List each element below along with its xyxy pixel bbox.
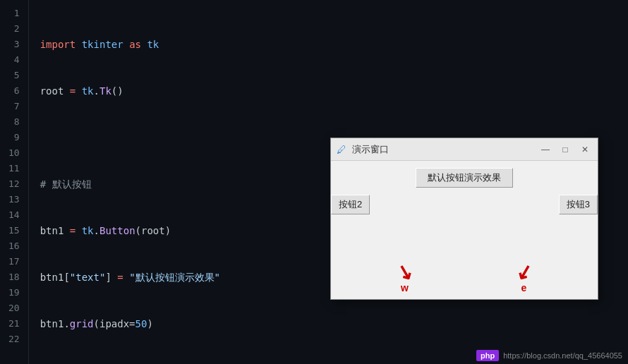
line-numbers: 1 2 3 4 5 6 7 8 9 10 11 12 13 14 15 16 1… [0, 0, 29, 364]
demo-titlebar: 🖊 演示窗口 — □ ✕ [331, 138, 598, 161]
button3[interactable]: 按钮3 [559, 195, 598, 214]
watermark: php https://blog.csdn.net/qq_45664055 [476, 350, 622, 361]
label-e: e [521, 282, 527, 293]
demo-window: 🖊 演示窗口 — □ ✕ 默认按钮演示效果 按钮2 按钮3 ↘ w ↙ e [330, 138, 598, 300]
code-line-7: btn1.grid(ipadx=50) [40, 316, 617, 332]
small-buttons-row: 按钮2 按钮3 [331, 192, 598, 217]
button2[interactable]: 按钮2 [331, 195, 370, 214]
arrow-e-icon: ↙ [514, 261, 534, 284]
demo-titlebar-buttons: — □ ✕ [538, 142, 592, 157]
demo-title-text: 演示窗口 [352, 143, 389, 156]
demo-content: 默认按钮演示效果 按钮2 按钮3 ↘ w ↙ e [331, 161, 598, 299]
arrow-w-icon: ↘ [394, 261, 415, 284]
php-badge: php [476, 350, 499, 361]
main-demo-button[interactable]: 默认按钮演示效果 [416, 168, 513, 188]
annotation-w: ↘ w [397, 262, 413, 293]
code-line-1: import tkinter as tk [40, 37, 617, 52]
minimize-button[interactable]: — [538, 142, 552, 157]
demo-title-left: 🖊 演示窗口 [337, 143, 389, 156]
annotations: ↘ w ↙ e [331, 262, 598, 293]
maximize-button[interactable]: □ [558, 142, 572, 157]
window-icon: 🖊 [337, 144, 348, 155]
main-button-row: 默认按钮演示效果 [331, 161, 598, 192]
annotation-e: ↙ e [516, 262, 532, 293]
close-button[interactable]: ✕ [578, 142, 592, 157]
watermark-url: https://blog.csdn.net/qq_45664055 [503, 351, 622, 360]
code-line-2: root = tk.Tk() [40, 83, 617, 99]
